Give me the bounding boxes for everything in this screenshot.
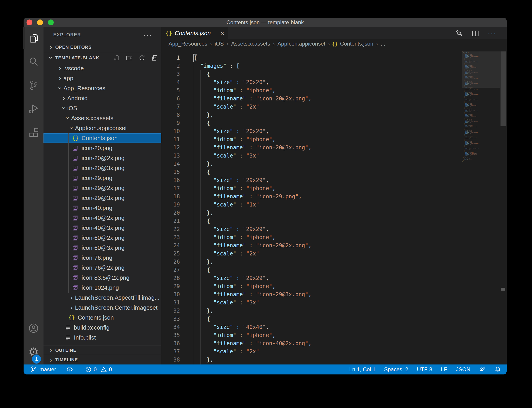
code-line[interactable]: 23 "idiom" : "iphone",: [161, 233, 460, 241]
code-line[interactable]: 17 "idiom" : "iphone",: [161, 184, 460, 192]
tree-item-icon-76.png[interactable]: icon-76.png: [43, 253, 161, 263]
git-branch-item[interactable]: master: [30, 366, 56, 373]
tree-item-icon-60-2x.png[interactable]: icon-60@2x.png: [43, 233, 161, 243]
code-line[interactable]: 12 "filename" : "icon-20@3x.png",: [161, 144, 460, 152]
breadcrumb-item[interactable]: ...: [381, 41, 385, 47]
breadcrumb-item[interactable]: iOS: [215, 41, 224, 47]
open-editors-section[interactable]: › OPEN EDITORS: [43, 42, 161, 52]
code-line[interactable]: 11 "idiom" : "iphone",: [161, 135, 460, 144]
tree-item-icon-83.5-2x.png[interactable]: icon-83.5@2x.png: [43, 273, 161, 283]
code-line[interactable]: 22 "size" : "29x29",: [161, 225, 460, 233]
close-tab-icon[interactable]: ×: [220, 29, 224, 37]
code-line[interactable]: 8 },: [161, 111, 460, 119]
editor-more-icon[interactable]: ···: [488, 29, 497, 37]
tree-item-assets.xcassets[interactable]: ›Assets.xcassets: [43, 113, 161, 123]
code-line[interactable]: 37 "scale" : "2x": [161, 348, 460, 356]
tree-item-contents.json[interactable]: {}Contents.json: [43, 133, 161, 143]
collapse-all-icon[interactable]: [151, 54, 158, 61]
code-line[interactable]: 13 "scale" : "3x": [161, 152, 460, 160]
code-line[interactable]: 5 "idiom" : "iphone",: [161, 86, 460, 94]
code-line[interactable]: 31 "scale" : "3x": [161, 298, 460, 307]
status-item-ln-1-col-1[interactable]: Ln 1, Col 1: [349, 366, 375, 373]
code-line[interactable]: 15 {: [161, 168, 460, 176]
source-control-icon[interactable]: [24, 74, 43, 96]
tree-item-.vscode[interactable]: ›.vscode: [43, 63, 161, 73]
code-line[interactable]: 7 "scale" : "2x": [161, 103, 460, 111]
split-editor-icon[interactable]: [472, 29, 479, 37]
tree-item-icon-29-3x.png[interactable]: icon-29@3x.png: [43, 193, 161, 203]
settings-gear-icon[interactable]: ⚙ 1: [24, 341, 43, 363]
maximize-window-button[interactable]: [48, 19, 54, 26]
timeline-section[interactable]: › TIMELINE: [43, 355, 161, 365]
tree-item-icon-40-3x.png[interactable]: icon-40@3x.png: [43, 223, 161, 233]
code-line[interactable]: 34 "size" : "40x40",: [161, 323, 460, 331]
sync-changes-button[interactable]: [66, 366, 73, 373]
notifications-bell-icon[interactable]: [494, 366, 501, 373]
status-item-spaces-2[interactable]: Spaces: 2: [384, 366, 408, 373]
code-line[interactable]: 20 },: [161, 209, 460, 217]
vertical-scrollbar[interactable]: [500, 51, 506, 126]
minimize-window-button[interactable]: [37, 19, 43, 26]
explorer-icon[interactable]: [24, 27, 44, 49]
code-line[interactable]: 24 "filename" : "icon-29@2x.png",: [161, 241, 460, 250]
code-line[interactable]: 16 "size" : "29x29",: [161, 176, 460, 184]
tree-item-icon-20-2x.png[interactable]: icon-20@2x.png: [43, 153, 161, 163]
tab-contents-json[interactable]: {} Contents.json ×: [161, 27, 228, 39]
open-changes-icon[interactable]: [455, 29, 463, 37]
feedback-icon[interactable]: [479, 366, 486, 373]
tree-item-appicon.appiconset[interactable]: ›AppIcon.appiconset: [43, 123, 161, 133]
tree-item-icon-76-2x.png[interactable]: icon-76@2x.png: [43, 263, 161, 273]
breadcrumb-item[interactable]: Assets.xcassets: [231, 41, 270, 47]
status-item-json[interactable]: JSON: [456, 366, 470, 373]
tree-item-build.xcconfig[interactable]: build.xcconfig: [43, 323, 161, 332]
code-line[interactable]: 36 "filename" : "icon-40@2x.png",: [161, 339, 460, 348]
extensions-icon[interactable]: [24, 121, 43, 143]
breadcrumb-item[interactable]: Contents.json: [340, 41, 374, 47]
tree-item-icon-60-3x.png[interactable]: icon-60@3x.png: [43, 243, 161, 253]
code-line[interactable]: 3 {: [161, 70, 460, 78]
outline-section[interactable]: › OUTLINE: [43, 345, 161, 355]
code-line[interactable]: 38 },: [161, 356, 460, 364]
new-file-icon[interactable]: [113, 54, 120, 61]
search-icon[interactable]: [24, 51, 43, 73]
tree-item-info.plist[interactable]: Info.plist: [43, 332, 161, 342]
tree-item-app[interactable]: ›app: [43, 73, 161, 83]
tree-item-icon-29-2x.png[interactable]: icon-29@2x.png: [43, 183, 161, 193]
code-line[interactable]: 18 "filename" : "icon-29.png",: [161, 192, 460, 201]
code-line[interactable]: 1{: [161, 54, 460, 62]
code-line[interactable]: 9 {: [161, 119, 460, 127]
account-icon[interactable]: [24, 317, 43, 339]
tree-item-icon-40-2x.png[interactable]: icon-40@2x.png: [43, 213, 161, 223]
new-folder-icon[interactable]: [126, 54, 133, 61]
status-item-utf-8[interactable]: UTF-8: [417, 366, 432, 373]
code-line[interactable]: 21 {: [161, 217, 460, 225]
tree-item-icon-20.png[interactable]: icon-20.png: [43, 143, 161, 153]
code-line[interactable]: 4 "size" : "20x20",: [161, 78, 460, 86]
tree-item-icon-40.png[interactable]: icon-40.png: [43, 203, 161, 213]
code-line[interactable]: 14 },: [161, 160, 460, 168]
code-line[interactable]: 19 "scale" : "1x": [161, 201, 460, 209]
tree-item-ios[interactable]: ›iOS: [43, 103, 161, 113]
code-line[interactable]: 10 "size" : "20x20",: [161, 127, 460, 135]
code-line[interactable]: 28 "size" : "29x29",: [161, 274, 460, 282]
breadcrumb-item[interactable]: AppIcon.appiconset: [278, 41, 325, 47]
code-line[interactable]: 35 "idiom" : "iphone",: [161, 331, 460, 339]
sidebar-more-icon[interactable]: ···: [143, 31, 152, 39]
tree-item-app-resources[interactable]: ›App_Resources: [43, 83, 161, 93]
run-debug-icon[interactable]: [24, 98, 43, 120]
code-line[interactable]: 6 "filename" : "icon-20@2x.png",: [161, 94, 460, 103]
code-line[interactable]: 25 "scale" : "2x": [161, 250, 460, 258]
code-line[interactable]: 29 "idiom" : "iphone",: [161, 282, 460, 290]
problems-item[interactable]: 0 0: [85, 366, 112, 373]
code-line[interactable]: 32 },: [161, 307, 460, 315]
tree-item-icon-1024.png[interactable]: icon-1024.png: [43, 283, 161, 293]
code-editor[interactable]: 1{2 "images" : [3 {4 "size" : "20x20",5 …: [161, 48, 507, 365]
code-line[interactable]: 30 "filename" : "icon-29@3x.png",: [161, 290, 460, 298]
code-line[interactable]: 2 "images" : [: [161, 62, 460, 70]
close-window-button[interactable]: [26, 19, 32, 26]
breadcrumb-item[interactable]: App_Resources: [169, 41, 207, 47]
workspace-root-section[interactable]: › TEMPLATE-BLANK: [43, 52, 161, 63]
status-item-lf[interactable]: LF: [441, 366, 447, 373]
tree-item-contents.json[interactable]: {}Contents.json: [43, 313, 161, 323]
tree-item-android[interactable]: ›Android: [43, 93, 161, 103]
